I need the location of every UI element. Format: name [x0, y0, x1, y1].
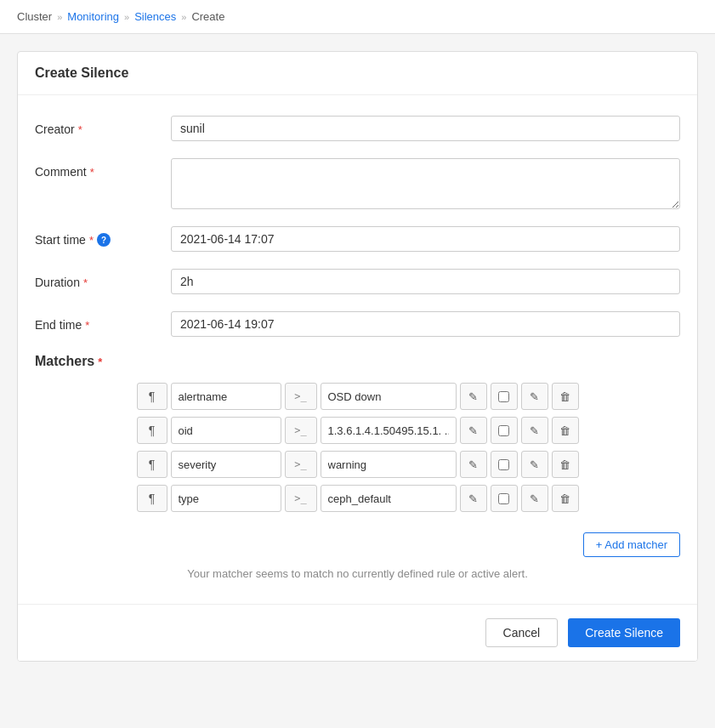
matcher-row: ¶ >_ ✎ ✎ 🗑 [35, 451, 680, 478]
cancel-button[interactable]: Cancel [485, 618, 559, 647]
duration-input[interactable] [171, 269, 680, 294]
matcher-check-1[interactable] [498, 425, 509, 436]
starttime-input[interactable] [171, 226, 680, 252]
starttime-row: Start time * ? [35, 226, 680, 252]
card-header: Create Silence [18, 52, 697, 95]
starttime-label: Start time * ? [35, 226, 171, 247]
matcher-op-0: >_ [285, 383, 317, 410]
matcher-checkbox-1[interactable] [491, 417, 518, 444]
matcher-delete-button-0[interactable]: 🗑 [552, 383, 579, 410]
duration-row: Duration * [35, 269, 680, 294]
comment-required: * [90, 166, 94, 179]
matcher-regex-button-0[interactable]: ✎ [460, 383, 487, 410]
matcher-name-input-1[interactable] [171, 417, 281, 444]
matcher-checkbox-0[interactable] [491, 383, 518, 410]
matcher-name-input-3[interactable] [171, 485, 281, 512]
matcher-name-input-0[interactable] [171, 383, 281, 410]
card-body: Creator * Comment * Start time * ? [18, 95, 697, 604]
matcher-edit-button-0[interactable]: ✎ [521, 383, 548, 410]
matchers-section: Matchers * ¶ >_ ✎ ✎ 🗑 ¶ >_ ✎ ✎ 🗑 ¶ [35, 354, 680, 583]
matchers-inner: ¶ >_ ✎ ✎ 🗑 ¶ >_ ✎ ✎ 🗑 ¶ >_ ✎ ✎ 🗑 ¶ >_ [35, 383, 680, 583]
matcher-rows-container: ¶ >_ ✎ ✎ 🗑 ¶ >_ ✎ ✎ 🗑 ¶ >_ ✎ ✎ 🗑 ¶ >_ [35, 383, 680, 519]
breadcrumb-create: Create [191, 10, 224, 23]
matcher-name-input-2[interactable] [171, 451, 281, 478]
breadcrumb-silences[interactable]: Silences [134, 10, 176, 23]
matcher-row: ¶ >_ ✎ ✎ 🗑 [35, 485, 680, 512]
duration-label: Duration * [35, 269, 171, 289]
matcher-para-icon-0: ¶ [137, 383, 167, 410]
matchers-required: * [98, 355, 102, 368]
matcher-value-input-3[interactable] [321, 485, 457, 512]
add-matcher-button[interactable]: + Add matcher [583, 532, 680, 557]
comment-input[interactable] [171, 158, 680, 209]
create-silence-button[interactable]: Create Silence [568, 618, 680, 647]
creator-required: * [78, 123, 82, 136]
endtime-row: End time * [35, 311, 680, 337]
matcher-row: ¶ >_ ✎ ✎ 🗑 [35, 417, 680, 444]
matcher-op-2: >_ [285, 451, 317, 478]
matcher-regex-button-2[interactable]: ✎ [460, 451, 487, 478]
matcher-edit-button-3[interactable]: ✎ [521, 485, 548, 512]
comment-row: Comment * [35, 158, 680, 209]
matcher-row: ¶ >_ ✎ ✎ 🗑 [35, 383, 680, 410]
matcher-para-icon-3: ¶ [137, 485, 167, 512]
comment-label: Comment * [35, 158, 171, 179]
matcher-regex-button-1[interactable]: ✎ [460, 417, 487, 444]
matcher-check-3[interactable] [498, 493, 509, 504]
matcher-check-0[interactable] [498, 391, 509, 402]
breadcrumb: Cluster » Monitoring » Silences » Create [0, 0, 715, 34]
matcher-check-2[interactable] [498, 459, 509, 470]
breadcrumb-sep-3: » [181, 12, 186, 22]
no-match-message: Your matcher seems to match no currently… [187, 567, 528, 580]
matcher-delete-button-2[interactable]: 🗑 [552, 451, 579, 478]
creator-input[interactable] [171, 116, 680, 141]
starttime-help-icon[interactable]: ? [97, 233, 111, 247]
card-footer: Cancel Create Silence [18, 604, 697, 661]
breadcrumb-monitoring[interactable]: Monitoring [67, 10, 119, 23]
matcher-actions-row: + Add matcher [35, 526, 680, 557]
endtime-label: End time * [35, 311, 171, 332]
matcher-regex-button-3[interactable]: ✎ [460, 485, 487, 512]
creator-row: Creator * [35, 116, 680, 141]
starttime-required: * [89, 234, 94, 247]
matcher-edit-button-2[interactable]: ✎ [521, 451, 548, 478]
matcher-op-1: >_ [285, 417, 317, 444]
matchers-label: Matchers * [35, 354, 680, 369]
card-title: Create Silence [35, 65, 128, 80]
matcher-delete-button-1[interactable]: 🗑 [552, 417, 579, 444]
matcher-checkbox-3[interactable] [491, 485, 518, 512]
creator-label: Creator * [35, 116, 171, 136]
matcher-value-input-2[interactable] [321, 451, 457, 478]
breadcrumb-sep-1: » [57, 12, 62, 22]
matcher-delete-button-3[interactable]: 🗑 [552, 485, 579, 512]
endtime-required: * [85, 319, 89, 332]
matcher-value-input-1[interactable] [321, 417, 457, 444]
duration-required: * [83, 276, 88, 289]
matcher-para-icon-1: ¶ [137, 417, 167, 444]
matcher-op-3: >_ [285, 485, 317, 512]
matcher-value-input-0[interactable] [321, 383, 457, 410]
endtime-input[interactable] [171, 311, 680, 337]
matcher-para-icon-2: ¶ [137, 451, 167, 478]
breadcrumb-sep-2: » [124, 12, 129, 22]
matcher-edit-button-1[interactable]: ✎ [521, 417, 548, 444]
breadcrumb-cluster[interactable]: Cluster [17, 10, 52, 23]
matcher-checkbox-2[interactable] [491, 451, 518, 478]
